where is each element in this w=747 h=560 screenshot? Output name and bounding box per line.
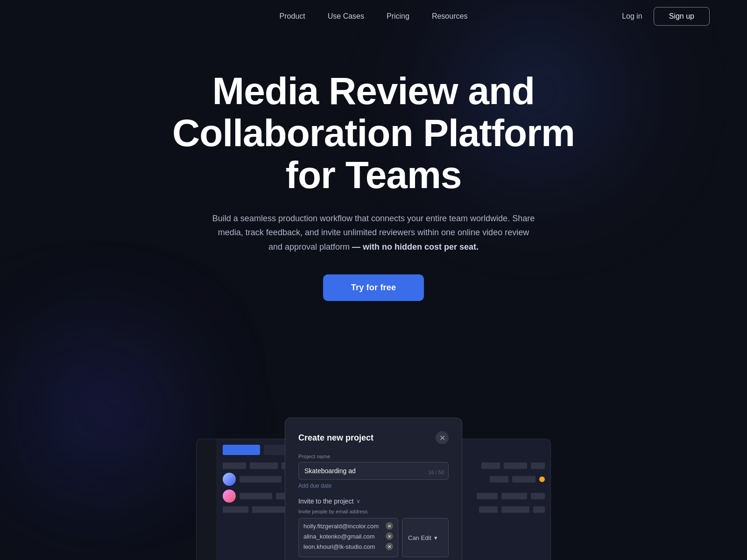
- bg-glow-bottom-left: [0, 327, 187, 513]
- invite-input-row: holly.fitzgerald@incolor.com ✕ alina_kot…: [298, 518, 449, 557]
- invite-email-row-3: leon.khouri@lk-studio.com ✕: [303, 543, 393, 550]
- app-cell: [512, 476, 536, 483]
- remove-email-1-button[interactable]: ✕: [386, 522, 393, 530]
- project-name-input[interactable]: [298, 462, 449, 480]
- app-cell: [533, 506, 545, 513]
- remove-email-3-button[interactable]: ✕: [386, 543, 393, 550]
- app-cell: [490, 476, 508, 483]
- app-cell: [223, 506, 248, 513]
- nav-auth: Log in Sign up: [622, 7, 710, 26]
- app-status-dot-yellow: [539, 476, 545, 482]
- bg-glow-purple: [47, 327, 187, 467]
- app-cell: [504, 462, 527, 469]
- app-cell: [501, 506, 529, 513]
- signup-button[interactable]: Sign up: [654, 7, 710, 26]
- app-row-blue: [223, 445, 260, 455]
- project-name-input-wrap: 16 / 50: [298, 462, 449, 480]
- app-cell: [501, 493, 527, 499]
- app-avatar-1: [223, 473, 236, 486]
- login-link[interactable]: Log in: [622, 12, 642, 21]
- modal-close-button[interactable]: ✕: [436, 431, 449, 444]
- navbar: Product Use Cases Pricing Resources Log …: [0, 0, 747, 33]
- invite-email-row-1: holly.fitzgerald@incolor.com ✕: [303, 522, 393, 530]
- modal-header: Create new project ✕: [298, 431, 449, 444]
- permission-chevron-icon: ▾: [434, 534, 437, 541]
- try-for-free-button[interactable]: Try for free: [323, 274, 424, 301]
- hero-title: Media Review and Collaboration Platform …: [152, 70, 595, 196]
- invite-section-title: Invite to the project: [298, 497, 353, 505]
- add-due-date[interactable]: Add due date: [298, 483, 449, 489]
- app-sidebar-preview: [197, 439, 217, 560]
- project-name-label: Project name: [298, 454, 449, 459]
- permission-select[interactable]: Can Edit ▾: [402, 518, 449, 557]
- create-project-modal: Create new project ✕ Project name 16 / 5…: [285, 418, 462, 560]
- invite-emails-area[interactable]: holly.fitzgerald@incolor.com ✕ alina_kot…: [298, 518, 398, 557]
- hero-subtitle-bold: — with no hidden cost per seat.: [352, 242, 479, 252]
- permission-label: Can Edit: [408, 534, 431, 541]
- char-count: 16 / 50: [428, 469, 444, 475]
- app-avatar-2: [223, 490, 236, 503]
- nav-inner: Product Use Cases Pricing Resources Log …: [37, 12, 710, 21]
- nav-link-use-cases[interactable]: Use Cases: [328, 12, 364, 21]
- invite-sublabel: Invite people by email address: [298, 509, 449, 514]
- nav-link-pricing[interactable]: Pricing: [387, 12, 409, 21]
- remove-email-2-button[interactable]: ✕: [386, 532, 393, 540]
- modal-title: Create new project: [298, 433, 374, 443]
- app-cell: [477, 493, 498, 499]
- invite-email-2: alina_kotenko@gmail.com: [303, 533, 382, 540]
- app-cell: [223, 462, 246, 469]
- app-cell: [240, 493, 272, 499]
- app-cell: [250, 462, 278, 469]
- nav-link-product[interactable]: Product: [280, 12, 305, 21]
- invite-email-row-2: alina_kotenko@gmail.com ✕: [303, 532, 393, 540]
- app-cell: [531, 493, 545, 499]
- invite-email-3: leon.khouri@lk-studio.com: [303, 543, 382, 550]
- app-cell: [479, 506, 498, 513]
- invite-chevron-icon[interactable]: ∨: [356, 498, 360, 504]
- hero-subtitle: Build a seamless production workflow tha…: [210, 211, 537, 254]
- nav-links: Product Use Cases Pricing Resources: [280, 12, 468, 21]
- app-cell: [531, 462, 545, 469]
- invite-section-header: Invite to the project ∨: [298, 497, 449, 505]
- nav-link-resources[interactable]: Resources: [432, 12, 467, 21]
- hero-section: Media Review and Collaboration Platform …: [0, 33, 747, 301]
- app-cell: [481, 462, 500, 469]
- invite-email-1: holly.fitzgerald@incolor.com: [303, 523, 382, 530]
- app-cell: [240, 476, 282, 483]
- app-cell: [252, 506, 287, 513]
